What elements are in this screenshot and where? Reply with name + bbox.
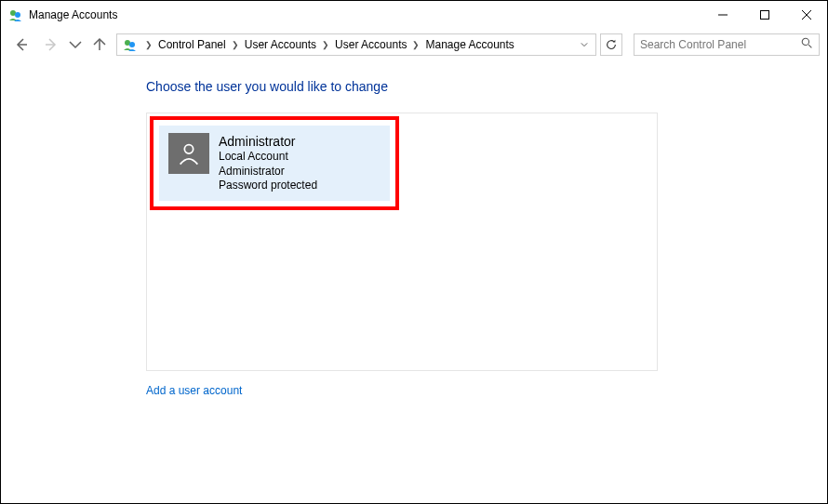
accounts-panel: Administrator Local Account Administrato… <box>146 113 658 371</box>
account-info: Administrator Local Account Administrato… <box>219 133 317 193</box>
highlight-annotation: Administrator Local Account Administrato… <box>150 116 399 210</box>
search-placeholder: Search Control Panel <box>640 38 801 51</box>
breadcrumb-item[interactable]: Control Panel <box>156 36 228 53</box>
forward-button[interactable] <box>38 32 64 58</box>
window-title: Manage Accounts <box>29 8 701 21</box>
svg-rect-3 <box>760 11 768 20</box>
user-accounts-icon <box>121 35 140 54</box>
recent-locations-button[interactable] <box>68 32 83 58</box>
account-type: Local Account <box>219 150 317 165</box>
maximize-button[interactable] <box>743 1 785 29</box>
account-name: Administrator <box>219 133 317 150</box>
user-accounts-icon <box>8 7 23 22</box>
add-user-link[interactable]: Add a user account <box>146 384 242 397</box>
svg-point-10 <box>129 42 135 47</box>
chevron-right-icon[interactable]: ❯ <box>318 40 333 49</box>
back-button[interactable] <box>8 32 34 58</box>
minimize-button[interactable] <box>701 1 743 29</box>
navigation-bar: ❯ Control Panel ❯ User Accounts ❯ User A… <box>1 29 827 60</box>
chevron-right-icon[interactable]: ❯ <box>408 40 423 49</box>
account-role: Administrator <box>219 165 317 179</box>
window-controls <box>701 1 827 29</box>
chevron-right-icon[interactable]: ❯ <box>228 40 243 49</box>
refresh-button[interactable] <box>600 33 622 56</box>
svg-line-12 <box>808 45 811 47</box>
breadcrumb-item[interactable]: User Accounts <box>243 36 318 53</box>
close-button[interactable] <box>785 1 827 29</box>
search-icon <box>801 37 813 52</box>
avatar <box>168 133 209 174</box>
svg-point-11 <box>802 38 808 45</box>
search-input[interactable]: Search Control Panel <box>634 33 820 56</box>
account-protection: Password protected <box>219 179 317 193</box>
page-title: Choose the user you would like to change <box>146 79 790 94</box>
svg-point-13 <box>184 145 193 153</box>
breadcrumb-item[interactable]: Manage Accounts <box>423 36 515 53</box>
up-button[interactable] <box>87 32 113 58</box>
titlebar: Manage Accounts <box>1 1 827 29</box>
svg-point-1 <box>15 12 20 18</box>
breadcrumb-item[interactable]: User Accounts <box>333 36 408 53</box>
chevron-down-icon[interactable] <box>575 41 594 48</box>
content-area: Choose the user you would like to change… <box>1 60 827 416</box>
chevron-right-icon[interactable]: ❯ <box>141 40 156 49</box>
address-bar[interactable]: ❯ Control Panel ❯ User Accounts ❯ User A… <box>116 33 596 56</box>
account-tile[interactable]: Administrator Local Account Administrato… <box>159 126 390 201</box>
